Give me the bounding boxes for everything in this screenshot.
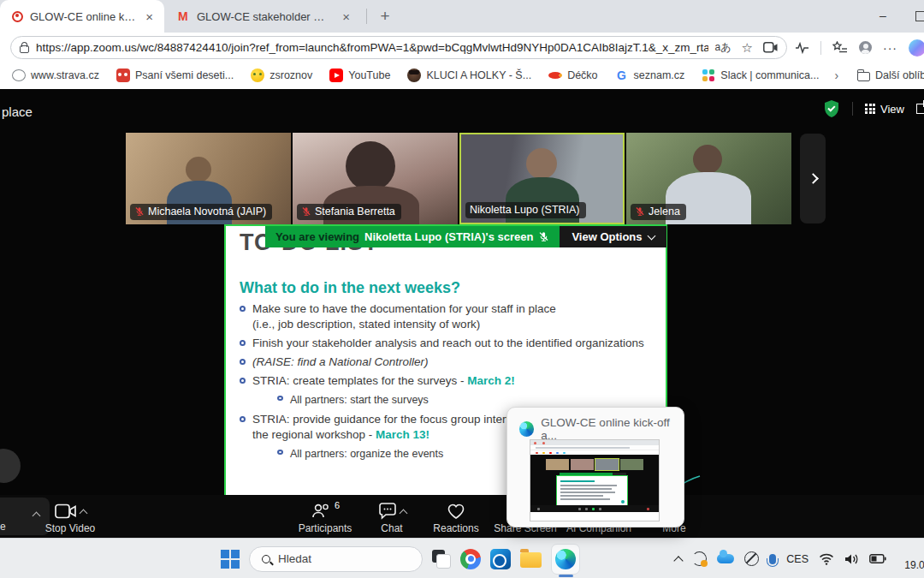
participant-name-tag: Stefania Berretta [297, 204, 401, 220]
bullet-marker [240, 416, 246, 422]
wifi-icon[interactable] [819, 553, 834, 565]
mini-video-tile [571, 459, 594, 470]
bookmark-youtube[interactable]: YouTube [323, 65, 397, 86]
floating-avatar-bubble[interactable] [0, 449, 21, 483]
new-tab-button[interactable]: + [375, 6, 395, 27]
profile-icon[interactable] [859, 41, 872, 54]
address-bar[interactable]: aあ ☆ [10, 36, 787, 59]
chat-bubble-icon [378, 503, 397, 520]
bullet-marker [277, 396, 283, 401]
language-indicator[interactable]: CES [786, 553, 808, 565]
tab-close-icon[interactable]: × [340, 9, 352, 24]
reactions-button[interactable]: Reactions [424, 500, 489, 534]
chevron-right-icon [808, 173, 819, 184]
view-options-button[interactable]: View Options [560, 226, 666, 247]
slide-sub-bullet: All partners: start the surveys [277, 392, 660, 408]
video-tile-michaela[interactable]: Michaela Novotná (JAIP) [126, 133, 291, 224]
clock[interactable]: 14 19.02.20 [885, 545, 924, 572]
sync-status-icon[interactable] [692, 551, 707, 566]
chat-button[interactable]: Chat [358, 500, 426, 534]
pip-preview-window[interactable]: GLOW-CE online kick-off a... [506, 407, 684, 527]
miro-icon: M [178, 9, 190, 23]
settings-dots-icon[interactable]: ··· [883, 41, 897, 55]
browser-essentials-icon[interactable] [795, 42, 809, 54]
bookmark-slack[interactable]: Slack | communica... [695, 65, 826, 86]
header-divider [852, 102, 853, 116]
tab-title: GLOW-CE stakeholder mapping · | [197, 10, 333, 23]
slide-heading: What to do in the next weeks? [240, 279, 460, 297]
favorites-list-icon[interactable] [832, 41, 848, 54]
volume-icon[interactable] [844, 553, 859, 565]
bookmark-strava[interactable]: www.strava.cz [5, 66, 106, 85]
copilot-icon[interactable] [909, 39, 924, 57]
chrome-icon[interactable] [460, 549, 481, 569]
chevron-up-icon[interactable] [399, 509, 407, 517]
video-tile-nikoletta-active-speaker[interactable]: Nikoletta Lupo (STRIA) [459, 133, 625, 224]
bookmark-psani[interactable]: Psaní všemi deseti... [110, 65, 240, 86]
toolbar-divider [820, 41, 821, 55]
slide-bullet: Finish your stakeholder analysis and rea… [240, 336, 660, 351]
next-participants-button[interactable] [800, 134, 826, 223]
edge-icon [555, 549, 576, 569]
tab-close-icon[interactable]: × [143, 9, 156, 24]
screen-share-banner: You are viewing Nikoletta Lupo (STRIA)'s… [265, 226, 666, 247]
windows-taskbar: CES 14 19.02.20 [0, 538, 924, 578]
globe-icon [12, 69, 26, 81]
participant-name-tag: Nikoletta Lupo (STRIA) [465, 202, 586, 218]
security-shield-icon[interactable] [823, 99, 840, 118]
window-minimize-button[interactable]: – [873, 7, 893, 26]
video-camera-icon [55, 504, 77, 519]
tab-glow-ce-kickoff[interactable]: GLOW-CE online kick-off × [0, 0, 164, 33]
bookmark-zsroznov[interactable]: zsroznov [244, 65, 319, 86]
participants-button[interactable]: 6 Participants [282, 500, 368, 534]
bookmark-seznam[interactable]: Gseznam.cz [608, 65, 692, 86]
deadline-highlight: March 2! [467, 374, 515, 387]
task-view-button[interactable] [432, 550, 451, 569]
viewing-banner: You are viewing Nikoletta Lupo (STRIA)'s… [265, 226, 560, 247]
muted-mic-icon [134, 206, 145, 217]
chevron-up-icon[interactable] [79, 509, 87, 517]
video-tile-jelena[interactable]: Jelena [626, 133, 791, 224]
mini-teal-dot [621, 500, 625, 504]
favorite-star-icon[interactable]: ☆ [742, 40, 753, 56]
tab-stakeholder-mapping[interactable]: M GLOW-CE stakeholder mapping · | × [166, 0, 361, 33]
url-input[interactable] [36, 41, 708, 54]
bullet-marker [240, 340, 246, 346]
translate-icon[interactable]: aあ [715, 40, 732, 55]
microphone-tray-icon[interactable] [769, 554, 776, 564]
recording-icon [12, 11, 23, 22]
window-maximize-button[interactable] [915, 11, 924, 21]
float-window-icon[interactable] [916, 104, 924, 114]
bookmark-kluci[interactable]: KLUCI A HOLKY - Š... [400, 65, 538, 86]
youtube-icon [329, 69, 343, 82]
browser-address-row: aあ ☆ ··· [0, 33, 924, 62]
person-silhouette [346, 141, 395, 191]
search-input[interactable] [278, 552, 398, 565]
bullet-marker [277, 450, 283, 455]
search-icon [262, 555, 270, 563]
stop-video-button[interactable]: Stop Video [27, 500, 113, 534]
person-silhouette [693, 145, 722, 174]
onedrive-icon[interactable] [717, 554, 734, 563]
edge-taskbar-button-active[interactable] [551, 544, 580, 575]
windows-start-button[interactable] [221, 550, 240, 569]
bookmark-decko[interactable]: Déčko [542, 66, 604, 85]
video-tile-stefania[interactable]: Stefania Berretta [293, 133, 458, 224]
tray-hidden-icons-chevron[interactable] [674, 556, 684, 565]
other-favorites-button[interactable]: Další oblíbené [850, 66, 924, 85]
mini-video-tile [595, 459, 619, 470]
slack-icon [702, 69, 715, 82]
tab-media-icon[interactable] [763, 42, 778, 53]
participants-icon [311, 503, 331, 520]
google-g-icon: G [615, 69, 629, 82]
taskbar-search[interactable] [249, 546, 423, 572]
outlook-icon[interactable] [490, 549, 511, 569]
battery-icon[interactable] [869, 554, 886, 563]
camera-off-icon[interactable] [744, 551, 759, 566]
participants-count-badge: 6 [335, 500, 340, 510]
bullet-marker [240, 306, 246, 312]
view-button[interactable]: View [865, 103, 904, 116]
bookmarks-overflow-chevron[interactable]: › [829, 69, 844, 82]
muted-mic-icon [635, 206, 645, 217]
file-explorer-icon[interactable] [520, 552, 542, 568]
